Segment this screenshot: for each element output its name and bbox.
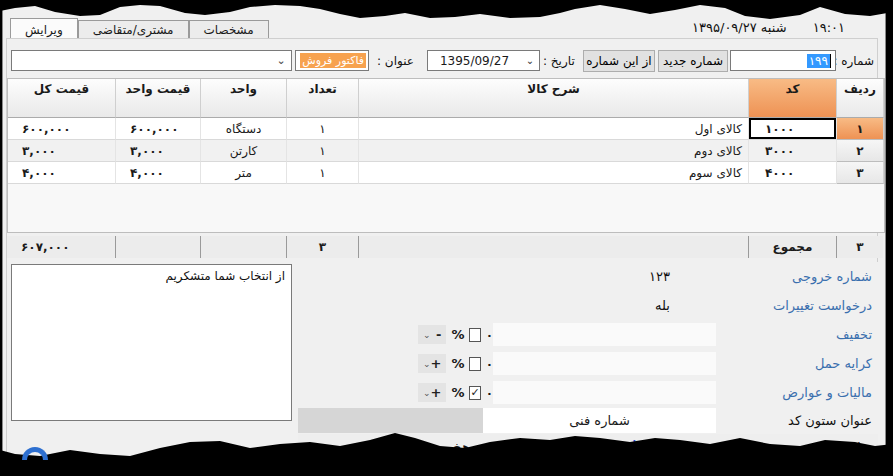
- cell-desc[interactable]: کالای دوم: [359, 140, 749, 162]
- new-number-button[interactable]: شماره جدید: [658, 50, 728, 72]
- chevron-down-icon: ⌄: [423, 388, 431, 398]
- date-label: تاریخ :: [543, 54, 575, 68]
- tax-row: مالیات و عوارض ۰ ✓ % ⌄ +: [298, 378, 878, 407]
- header-row-number[interactable]: ردیف: [837, 79, 884, 118]
- totals-label-cell: مجموع: [748, 236, 836, 258]
- cell-unit-price[interactable]: ۴,۰۰۰: [116, 162, 201, 184]
- table-empty-area: [8, 184, 884, 232]
- qty-total-cell: ۳: [286, 236, 358, 258]
- tab-customer[interactable]: مشتری/متقاضی: [78, 20, 189, 39]
- cell-code[interactable]: ۳۰۰۰: [749, 140, 837, 162]
- change-request-label: درخواست تغییرات: [773, 291, 872, 320]
- tax-amount-field[interactable]: [493, 381, 716, 404]
- number-input-selected-text: ۱۹۹: [807, 54, 830, 68]
- cell-code-selected[interactable]: ۱۰۰۰: [749, 118, 837, 140]
- cell-unit[interactable]: کارتن: [201, 140, 287, 162]
- date-combobox[interactable]: ⌄ 1395/09/27: [427, 50, 540, 71]
- tax-value: ۰: [486, 386, 493, 400]
- from-this-number-button[interactable]: از این شماره: [583, 50, 655, 72]
- discount-checkbox[interactable]: [469, 328, 480, 342]
- cell-total-price[interactable]: ۴,۰۰۰: [8, 162, 116, 184]
- category-combobox[interactable]: ⌄: [11, 50, 292, 71]
- header-qty[interactable]: تعداد: [287, 79, 359, 118]
- change-request-value[interactable]: بله: [488, 291, 716, 320]
- discount-controls: ۰ % ⌄ -: [418, 320, 493, 349]
- tax-sign-dropdown[interactable]: ⌄ +: [418, 383, 446, 402]
- notes-textarea[interactable]: از انتخاب شما متشکریم: [11, 264, 292, 421]
- cell-qty[interactable]: ۱: [287, 140, 359, 162]
- cell-desc[interactable]: کالای سوم: [359, 162, 749, 184]
- discount-sign-dropdown[interactable]: ⌄ -: [418, 325, 446, 344]
- row-count-cell: ۳: [836, 236, 883, 258]
- discount-label: تخفیف: [836, 320, 872, 349]
- row-number-cell[interactable]: ۳: [837, 162, 884, 184]
- code-column-gray-area: [298, 408, 483, 433]
- number-label: شماره :: [833, 54, 874, 68]
- header-desc[interactable]: شرح کالا: [359, 79, 749, 118]
- discount-amount-field[interactable]: [493, 323, 716, 346]
- header-code[interactable]: کد: [749, 79, 837, 118]
- row-number-cell[interactable]: ۱: [837, 118, 884, 140]
- cell-unit-price[interactable]: ۶۰۰,۰۰۰: [116, 118, 201, 140]
- header-unit-price[interactable]: قیمت واحد: [116, 79, 201, 118]
- cell-desc[interactable]: کالای اول: [359, 118, 749, 140]
- code-column-title-label: عنوان ستون کد: [788, 407, 872, 434]
- chevron-down-icon: ⌄: [423, 330, 431, 340]
- title-input[interactable]: فاکتور فروش: [295, 50, 369, 71]
- tab-strip: ویرایش مشتری/متقاضی مشخصات: [10, 18, 269, 39]
- tab-edit[interactable]: ویرایش: [10, 18, 78, 39]
- chevron-down-icon[interactable]: ⌄: [271, 54, 291, 67]
- number-input[interactable]: ۱۹۹: [730, 50, 836, 71]
- totals-empty-cell: [115, 236, 200, 258]
- shipping-checkbox[interactable]: [469, 357, 480, 371]
- date-value: 1395/09/27: [428, 54, 521, 68]
- totals-bar: ۶۰۷,۰۰۰ ۳ مجموع ۳: [7, 236, 885, 258]
- datetime-display: ۱۹:۰۱ شنبه ۱۳۹۵/۰۹/۲۷: [692, 20, 845, 35]
- chevron-down-icon: ⌄: [423, 359, 431, 369]
- shipping-row: کرایه حمل ۰ % ⌄ +: [298, 349, 878, 378]
- header-total-price[interactable]: قیمت کل: [8, 79, 116, 118]
- shipping-controls: ۰ % ⌄ +: [418, 349, 493, 378]
- items-table: قیمت کل قیمت واحد واحد تعداد شرح کالا کد…: [7, 78, 885, 233]
- cell-qty[interactable]: ۱: [287, 118, 359, 140]
- totals-empty-cell: [200, 236, 286, 258]
- shipping-value: ۰: [486, 357, 493, 371]
- title-label: عنوان :: [377, 54, 414, 68]
- tab-specs[interactable]: مشخصات: [189, 20, 269, 39]
- row-number-cell[interactable]: ۲: [837, 140, 884, 162]
- code-column-title-input[interactable]: شماره فنی: [483, 408, 716, 433]
- table-row: ۶۰۰,۰۰۰ ۶۰۰,۰۰۰ دستگاه ۱ کالای اول ۱۰۰۰ …: [8, 118, 884, 140]
- shipping-label: کرایه حمل: [815, 349, 872, 378]
- shipping-sign-dropdown[interactable]: ⌄ +: [418, 354, 446, 373]
- screenshot-right-border: [886, 0, 893, 476]
- header-unit[interactable]: واحد: [201, 79, 287, 118]
- shipping-amount-field[interactable]: [493, 352, 716, 375]
- chevron-down-icon[interactable]: ⌄: [521, 55, 539, 66]
- text-caret: [830, 54, 831, 68]
- cell-qty[interactable]: ۱: [287, 162, 359, 184]
- cell-code[interactable]: ۴۰۰۰: [749, 162, 837, 184]
- table-row: ۴,۰۰۰ ۴,۰۰۰ متر ۱ کالای سوم ۴۰۰۰ ۳: [8, 162, 884, 184]
- change-request-row: درخواست تغییرات بله: [298, 291, 878, 320]
- cell-unit[interactable]: متر: [201, 162, 287, 184]
- discount-row: تخفیف ۰ % ⌄ -: [298, 320, 878, 349]
- screenshot-left-border: [0, 0, 2, 476]
- cell-unit-price[interactable]: ۳,۰۰۰: [116, 140, 201, 162]
- clock-text: ۱۹:۰۱: [813, 20, 845, 35]
- title-input-selected-text: فاکتور فروش: [300, 53, 366, 68]
- minus-sign: -: [436, 327, 441, 342]
- discount-value: ۰: [486, 328, 493, 342]
- table-row: ۳,۰۰۰ ۳,۰۰۰ کارتن ۱ کالای دوم ۳۰۰۰ ۲: [8, 140, 884, 162]
- grand-total-cell: ۶۰۷,۰۰۰: [7, 236, 115, 258]
- output-number-value[interactable]: ۱۲۳: [488, 262, 716, 291]
- cell-unit[interactable]: دستگاه: [201, 118, 287, 140]
- percent-sign: %: [451, 385, 464, 400]
- plus-sign: +: [431, 385, 442, 400]
- totals-empty-cell: [358, 236, 748, 258]
- tax-checkbox-checked[interactable]: ✓: [469, 386, 480, 400]
- tax-controls: ۰ ✓ % ⌄ +: [418, 378, 493, 407]
- cell-total-price[interactable]: ۳,۰۰۰: [8, 140, 116, 162]
- tax-label: مالیات و عوارض: [782, 378, 872, 407]
- percent-sign: %: [451, 327, 464, 342]
- cell-total-price[interactable]: ۶۰۰,۰۰۰: [8, 118, 116, 140]
